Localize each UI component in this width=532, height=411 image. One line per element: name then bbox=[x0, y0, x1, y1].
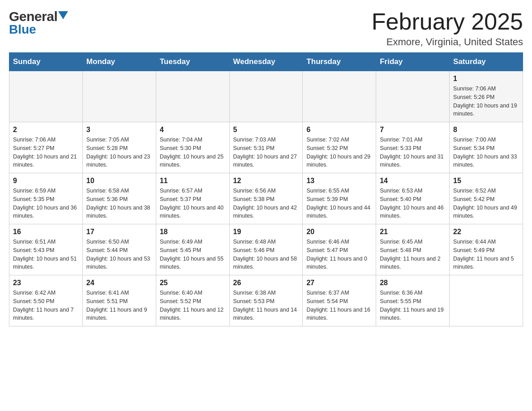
day-sun-info: Sunrise: 6:44 AMSunset: 5:49 PMDaylight:… bbox=[453, 238, 519, 271]
month-year-title: February 2025 bbox=[372, 9, 523, 34]
day-sun-info: Sunrise: 6:41 AMSunset: 5:51 PMDaylight:… bbox=[86, 289, 152, 322]
day-number: 25 bbox=[160, 279, 226, 287]
day-number: 1 bbox=[453, 75, 519, 83]
calendar-day-cell bbox=[82, 71, 156, 122]
logo-triangle-icon bbox=[58, 11, 68, 20]
day-sun-info: Sunrise: 6:48 AMSunset: 5:46 PMDaylight:… bbox=[233, 238, 299, 271]
day-sun-info: Sunrise: 6:36 AMSunset: 5:55 PMDaylight:… bbox=[380, 289, 446, 322]
day-number: 9 bbox=[13, 177, 79, 185]
day-number: 17 bbox=[86, 228, 152, 236]
calendar-day-cell: 6Sunrise: 7:02 AMSunset: 5:32 PMDaylight… bbox=[303, 122, 376, 173]
day-sun-info: Sunrise: 6:45 AMSunset: 5:48 PMDaylight:… bbox=[380, 238, 446, 271]
title-block: February 2025 Exmore, Virginia, United S… bbox=[372, 9, 523, 48]
day-number: 24 bbox=[86, 279, 152, 287]
calendar-day-cell: 5Sunrise: 7:03 AMSunset: 5:31 PMDaylight… bbox=[229, 122, 303, 173]
day-sun-info: Sunrise: 6:56 AMSunset: 5:38 PMDaylight:… bbox=[233, 187, 299, 220]
day-number: 27 bbox=[306, 279, 372, 287]
day-number: 6 bbox=[306, 126, 372, 134]
calendar-day-cell: 26Sunrise: 6:38 AMSunset: 5:53 PMDayligh… bbox=[229, 275, 303, 326]
calendar-day-cell: 10Sunrise: 6:58 AMSunset: 5:36 PMDayligh… bbox=[82, 173, 156, 224]
day-sun-info: Sunrise: 6:40 AMSunset: 5:52 PMDaylight:… bbox=[160, 289, 226, 322]
calendar-day-cell: 20Sunrise: 6:46 AMSunset: 5:47 PMDayligh… bbox=[303, 224, 376, 275]
day-number: 26 bbox=[233, 279, 299, 287]
header-wednesday: Wednesday bbox=[229, 53, 303, 71]
calendar-day-cell: 15Sunrise: 6:52 AMSunset: 5:42 PMDayligh… bbox=[450, 173, 523, 224]
header-thursday: Thursday bbox=[303, 53, 376, 71]
day-sun-info: Sunrise: 6:55 AMSunset: 5:39 PMDaylight:… bbox=[306, 187, 372, 220]
calendar-day-cell bbox=[376, 71, 450, 122]
day-number: 7 bbox=[380, 126, 446, 134]
logo: General Blue bbox=[9, 9, 68, 37]
logo-general-text: General bbox=[9, 9, 57, 24]
day-sun-info: Sunrise: 7:04 AMSunset: 5:30 PMDaylight:… bbox=[160, 136, 226, 169]
day-sun-info: Sunrise: 7:06 AMSunset: 5:26 PMDaylight:… bbox=[453, 85, 519, 118]
calendar-day-cell: 28Sunrise: 6:36 AMSunset: 5:55 PMDayligh… bbox=[376, 275, 450, 326]
calendar-day-cell: 18Sunrise: 6:49 AMSunset: 5:45 PMDayligh… bbox=[156, 224, 229, 275]
day-sun-info: Sunrise: 6:57 AMSunset: 5:37 PMDaylight:… bbox=[160, 187, 226, 220]
day-sun-info: Sunrise: 6:52 AMSunset: 5:42 PMDaylight:… bbox=[453, 187, 519, 220]
calendar-day-cell: 23Sunrise: 6:42 AMSunset: 5:50 PMDayligh… bbox=[9, 275, 83, 326]
day-number: 11 bbox=[160, 177, 226, 185]
header-monday: Monday bbox=[82, 53, 156, 71]
day-sun-info: Sunrise: 6:46 AMSunset: 5:47 PMDaylight:… bbox=[306, 238, 372, 271]
day-sun-info: Sunrise: 7:02 AMSunset: 5:32 PMDaylight:… bbox=[306, 136, 372, 169]
day-number: 22 bbox=[453, 228, 519, 236]
calendar-day-cell: 12Sunrise: 6:56 AMSunset: 5:38 PMDayligh… bbox=[229, 173, 303, 224]
header-saturday: Saturday bbox=[450, 53, 523, 71]
calendar-week-row: 23Sunrise: 6:42 AMSunset: 5:50 PMDayligh… bbox=[9, 275, 523, 326]
day-number: 4 bbox=[160, 126, 226, 134]
day-sun-info: Sunrise: 6:37 AMSunset: 5:54 PMDaylight:… bbox=[306, 289, 372, 322]
location-subtitle: Exmore, Virginia, United States bbox=[372, 36, 523, 48]
day-number: 14 bbox=[380, 177, 446, 185]
calendar-day-cell: 2Sunrise: 7:06 AMSunset: 5:27 PMDaylight… bbox=[9, 122, 83, 173]
day-number: 10 bbox=[86, 177, 152, 185]
page-header: General Blue February 2025 Exmore, Virgi… bbox=[9, 9, 523, 48]
calendar-day-cell: 14Sunrise: 6:53 AMSunset: 5:40 PMDayligh… bbox=[376, 173, 450, 224]
day-sun-info: Sunrise: 6:50 AMSunset: 5:44 PMDaylight:… bbox=[86, 238, 152, 271]
calendar-day-cell: 11Sunrise: 6:57 AMSunset: 5:37 PMDayligh… bbox=[156, 173, 229, 224]
day-number: 3 bbox=[86, 126, 152, 134]
day-number: 8 bbox=[453, 126, 519, 134]
calendar-day-cell bbox=[450, 275, 523, 326]
calendar-table: Sunday Monday Tuesday Wednesday Thursday… bbox=[9, 52, 523, 326]
calendar-week-row: 9Sunrise: 6:59 AMSunset: 5:35 PMDaylight… bbox=[9, 173, 523, 224]
day-number: 13 bbox=[306, 177, 372, 185]
calendar-day-cell: 22Sunrise: 6:44 AMSunset: 5:49 PMDayligh… bbox=[450, 224, 523, 275]
calendar-day-cell: 19Sunrise: 6:48 AMSunset: 5:46 PMDayligh… bbox=[229, 224, 303, 275]
day-sun-info: Sunrise: 6:49 AMSunset: 5:45 PMDaylight:… bbox=[160, 238, 226, 271]
day-sun-info: Sunrise: 6:59 AMSunset: 5:35 PMDaylight:… bbox=[13, 187, 79, 220]
calendar-day-cell: 25Sunrise: 6:40 AMSunset: 5:52 PMDayligh… bbox=[156, 275, 229, 326]
calendar-header-row: Sunday Monday Tuesday Wednesday Thursday… bbox=[9, 53, 523, 71]
day-sun-info: Sunrise: 6:58 AMSunset: 5:36 PMDaylight:… bbox=[86, 187, 152, 220]
calendar-day-cell bbox=[156, 71, 229, 122]
calendar-day-cell: 21Sunrise: 6:45 AMSunset: 5:48 PMDayligh… bbox=[376, 224, 450, 275]
day-sun-info: Sunrise: 7:06 AMSunset: 5:27 PMDaylight:… bbox=[13, 136, 79, 169]
day-sun-info: Sunrise: 6:53 AMSunset: 5:40 PMDaylight:… bbox=[380, 187, 446, 220]
day-number: 12 bbox=[233, 177, 299, 185]
calendar-day-cell: 27Sunrise: 6:37 AMSunset: 5:54 PMDayligh… bbox=[303, 275, 376, 326]
calendar-week-row: 2Sunrise: 7:06 AMSunset: 5:27 PMDaylight… bbox=[9, 122, 523, 173]
day-number: 23 bbox=[13, 279, 79, 287]
calendar-week-row: 16Sunrise: 6:51 AMSunset: 5:43 PMDayligh… bbox=[9, 224, 523, 275]
day-number: 28 bbox=[380, 279, 446, 287]
day-number: 19 bbox=[233, 228, 299, 236]
calendar-day-cell: 7Sunrise: 7:01 AMSunset: 5:33 PMDaylight… bbox=[376, 122, 450, 173]
calendar-week-row: 1Sunrise: 7:06 AMSunset: 5:26 PMDaylight… bbox=[9, 71, 523, 122]
header-tuesday: Tuesday bbox=[156, 53, 229, 71]
calendar-day-cell: 3Sunrise: 7:05 AMSunset: 5:28 PMDaylight… bbox=[82, 122, 156, 173]
header-sunday: Sunday bbox=[9, 53, 83, 71]
calendar-day-cell: 24Sunrise: 6:41 AMSunset: 5:51 PMDayligh… bbox=[82, 275, 156, 326]
calendar-day-cell: 9Sunrise: 6:59 AMSunset: 5:35 PMDaylight… bbox=[9, 173, 83, 224]
day-number: 15 bbox=[453, 177, 519, 185]
day-sun-info: Sunrise: 7:03 AMSunset: 5:31 PMDaylight:… bbox=[233, 136, 299, 169]
day-sun-info: Sunrise: 6:38 AMSunset: 5:53 PMDaylight:… bbox=[233, 289, 299, 322]
day-number: 18 bbox=[160, 228, 226, 236]
svg-marker-0 bbox=[58, 11, 68, 19]
header-friday: Friday bbox=[376, 53, 450, 71]
calendar-day-cell: 8Sunrise: 7:00 AMSunset: 5:34 PMDaylight… bbox=[450, 122, 523, 173]
calendar-day-cell: 1Sunrise: 7:06 AMSunset: 5:26 PMDaylight… bbox=[450, 71, 523, 122]
calendar-day-cell bbox=[303, 71, 376, 122]
calendar-day-cell bbox=[229, 71, 303, 122]
day-sun-info: Sunrise: 6:42 AMSunset: 5:50 PMDaylight:… bbox=[13, 289, 79, 322]
day-number: 2 bbox=[13, 126, 79, 134]
